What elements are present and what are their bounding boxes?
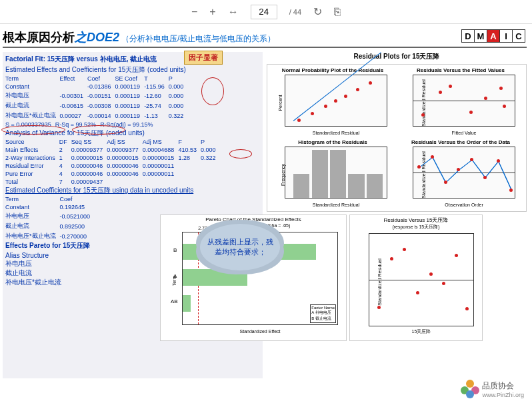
chart-resid-vs-fitted: Residuals Versus the Fitted Values Stand… bbox=[398, 67, 523, 137]
zoom-out-icon[interactable]: − bbox=[191, 6, 197, 18]
title-main: 根本原因分析 bbox=[3, 31, 75, 44]
oval-s-value bbox=[1, 125, 65, 135]
footer-brand: 品质协会 www.PinZhi.org bbox=[461, 380, 524, 398]
document-page: D M A I C 根本原因分析之DOE2 （分析补电电压/截止电流与低电压的关… bbox=[0, 24, 532, 401]
chart-resid-vs-order: Residuals Versus the Order of the Data S… bbox=[398, 139, 523, 208]
page-total-label: / 44 bbox=[289, 8, 301, 16]
title-sub: （分析补电电压/截止电流与低电压的关系） bbox=[121, 34, 275, 43]
dmaic-m: M bbox=[474, 29, 487, 43]
title-highlight: 之DOE2 bbox=[75, 31, 119, 44]
chart-histogram: Histogram of the Residuals Frequency Sta… bbox=[270, 139, 395, 208]
residual-grid-title: Residual Plots for 15天压降 bbox=[267, 52, 527, 61]
chart-resid-vs-response: Residuals Versus 15天压降 (response is 15天压… bbox=[349, 214, 483, 341]
rotate-icon[interactable]: ↻ bbox=[313, 5, 322, 18]
logo-icon bbox=[461, 380, 479, 398]
charts-panel: Residual Plots for 15天压降 Normal Probabil… bbox=[267, 52, 527, 378]
fit-width-icon[interactable]: ↔ bbox=[228, 6, 239, 18]
oval-anova-p bbox=[229, 149, 252, 159]
page-title: 根本原因分析之DOE2 （分析补电电压/截止电流与低电压的关系） bbox=[3, 29, 527, 45]
oval-rsq-value bbox=[72, 125, 125, 135]
dmaic-d: D bbox=[461, 29, 475, 43]
zoom-in-icon[interactable]: + bbox=[209, 6, 215, 18]
callout-factor-significant: 因子显著 bbox=[184, 51, 223, 65]
oval-p-values bbox=[201, 77, 224, 105]
dmaic-c: C bbox=[512, 29, 525, 43]
uncoded-table: TermCoef Constant0.192645 补电电压-0.0521000… bbox=[5, 195, 94, 241]
chart-normal-probability: Normal Probability Plot of the Residuals… bbox=[270, 67, 395, 137]
est-effects-title: Estimated Effects and Coefficients for 1… bbox=[5, 65, 260, 75]
anova-table: SourceDFSeq SSAdj SSAdj MSFP Main Effect… bbox=[5, 138, 219, 186]
title-divider bbox=[3, 47, 527, 48]
dmaic-i: I bbox=[499, 29, 513, 43]
dmaic-badge: D M A I C bbox=[462, 29, 525, 43]
pdf-toolbar: − + ↔ / 44 ↻ ⎘ bbox=[0, 0, 532, 24]
effects-table: TermEffectCoefSE CoefTP Constant-0.01386… bbox=[5, 75, 187, 121]
dmaic-a: A bbox=[487, 29, 500, 43]
uncoded-title: Estimated Coefficients for 15天压降 using d… bbox=[5, 186, 260, 195]
cloud-annotation: 从残差图上显示，残差均符合要求； bbox=[200, 224, 280, 270]
tools-icon[interactable]: ⎘ bbox=[334, 6, 341, 18]
page-number-input[interactable] bbox=[251, 5, 277, 19]
brand-name: 品质协会 bbox=[482, 380, 524, 392]
brand-url: www.PinZhi.org bbox=[482, 392, 524, 398]
